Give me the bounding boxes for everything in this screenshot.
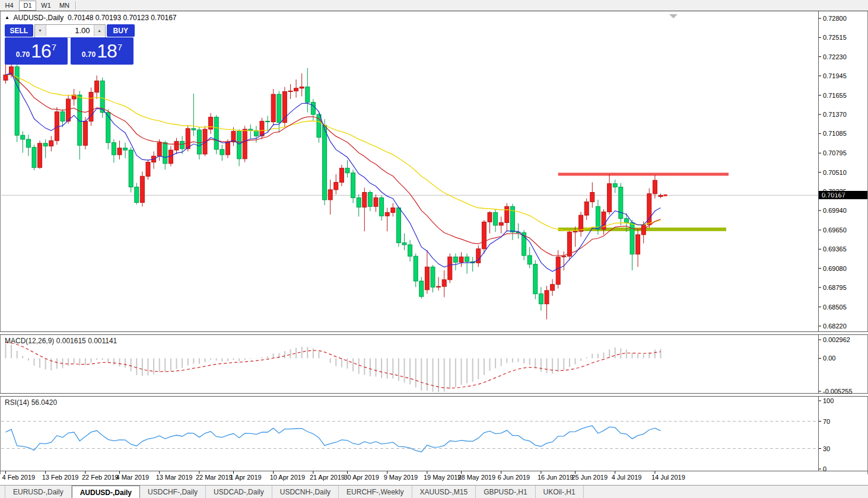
timeframe-button-mn[interactable]: MN	[56, 1, 73, 11]
ohlc-close: 0.70167	[151, 14, 176, 22]
rsi-axis-tick: 0	[823, 465, 826, 473]
sell-button[interactable]: SELL	[5, 24, 33, 37]
rsi-label: RSI(14) 56.0420	[5, 398, 57, 407]
time-axis-tick: 9 May 2019	[384, 474, 418, 481]
price-axis-tick: 0.71945	[823, 72, 847, 79]
chart-tab-usdchf-daily[interactable]: USDCHF-,Daily	[140, 486, 206, 498]
chart-plot-area[interactable]	[0, 11, 868, 485]
ohlc-low: 0.70123	[123, 14, 148, 22]
timeframe-button-d1[interactable]: D1	[19, 1, 36, 11]
time-axis-tick: 4 Jul 2019	[612, 474, 642, 481]
time-axis-tick: 16 Jun 2019	[538, 474, 574, 481]
time-axis-tick: 30 Apr 2019	[344, 474, 379, 481]
chart-symbol-header: ▲ AUDUSD-,Daily 0.70148 0.70193 0.70123 …	[5, 14, 177, 22]
symbol-name: AUDUSD-,Daily	[14, 14, 64, 22]
price-axis-tick: 0.68505	[823, 304, 847, 311]
rsi-axis-tick: 100	[823, 397, 834, 404]
rsi-axis-tick: 30	[823, 445, 830, 452]
timeframe-toolbar: H4D1W1MN	[0, 0, 868, 11]
price-axis-tick: 0.69080	[823, 265, 847, 272]
price-axis-border	[818, 11, 819, 471]
time-axis-tick: 10 Apr 2019	[270, 474, 305, 481]
sell-quote-panel[interactable]: 0.70 16 7	[5, 37, 68, 65]
price-axis-tick: 0.69650	[823, 226, 847, 234]
time-axis-tick: 4 Mar 2019	[116, 474, 150, 481]
time-axis-tick: 25 Jun 2019	[572, 474, 608, 481]
price-axis-tick: 0.70225	[823, 188, 847, 195]
price-axis-tick: 0.71655	[823, 92, 847, 99]
price-axis-tick: 0.72515	[823, 34, 847, 41]
ohlc-high: 0.70193	[96, 14, 121, 22]
price-axis-tick: 0.69940	[823, 207, 847, 214]
collapse-triangle-icon[interactable]: ▲	[5, 15, 9, 20]
time-axis-tick: 21 Apr 2019	[310, 474, 345, 481]
sell-price-pipette: 7	[52, 42, 56, 52]
time-axis-tick: 22 Mar 2019	[196, 474, 233, 481]
time-axis-border	[0, 471, 868, 471]
mt4-terminal: H4D1W1MN ▲ AUDUSD-,Daily 0.70148 0.70193…	[0, 0, 868, 498]
rsi-axis-tick: 70	[823, 418, 830, 425]
buy-price-pipette: 7	[117, 42, 122, 52]
price-axis-tick: 0.72230	[823, 53, 847, 60]
buy-price-big: 18	[97, 40, 117, 62]
price-axis-tick: 0.68795	[823, 284, 847, 291]
timeframe-button-w1[interactable]: W1	[37, 1, 55, 11]
timeframe-button-h4[interactable]: H4	[1, 1, 18, 11]
chart-tab-eurusd-daily[interactable]: EURUSD-,Daily	[5, 486, 72, 498]
chart-tab-usdcad-daily[interactable]: USDCAD-,Daily	[206, 486, 272, 498]
macd-axis-tick: -0.005255	[823, 388, 853, 395]
price-axis-tick: 0.71085	[823, 130, 847, 137]
chart-tab-ukoil-h1[interactable]: UKOil-,H1	[536, 486, 584, 498]
buy-quote-panel[interactable]: 0.70 18 7	[71, 37, 133, 65]
sell-price-prefix: 0.70	[16, 50, 30, 59]
buy-price-prefix: 0.70	[82, 50, 96, 59]
chart-tab-eurchf-weekly[interactable]: EURCHF-,Weekly	[339, 486, 412, 498]
price-axis-tick: 0.71370	[823, 111, 847, 118]
volume-input[interactable]	[46, 25, 94, 36]
time-axis-tick: 6 Jun 2019	[498, 474, 530, 481]
sell-price-big: 16	[31, 40, 51, 62]
toolbar-separator	[75, 1, 77, 9]
panel-splitter[interactable]	[0, 331, 868, 335]
chart-window: ▲ AUDUSD-,Daily 0.70148 0.70193 0.70123 …	[0, 11, 868, 498]
ohlc-open: 0.70148	[68, 14, 93, 22]
buy-button[interactable]: BUY	[107, 24, 135, 37]
volume-decrease-button[interactable]: ▾	[35, 25, 46, 36]
time-axis-tick: 28 May 2019	[458, 474, 496, 481]
time-axis-tick: 13 Mar 2019	[156, 474, 193, 481]
panel-splitter[interactable]	[0, 393, 868, 397]
time-axis-tick: 13 Feb 2019	[42, 474, 79, 481]
macd-axis-tick: 0.00	[823, 355, 835, 362]
chart-tab-usdcnh-daily[interactable]: USDCNH-,Daily	[272, 486, 339, 498]
chart-tab-gbpusd-h1[interactable]: GBPUSD-,H1	[476, 486, 535, 498]
time-axis-tick: 22 Feb 2019	[82, 474, 119, 481]
time-axis-tick: 4 Feb 2019	[2, 474, 36, 481]
price-axis-tick: 0.70510	[823, 169, 847, 176]
chart-tab-bar: EURUSD-,DailyAUDUSD-,DailyUSDCHF-,DailyU…	[0, 485, 868, 498]
price-axis-tick: 0.68220	[823, 323, 847, 330]
chart-tab-xauusd-m15[interactable]: XAUUSD-,M15	[412, 486, 476, 498]
chart-tab-audusd-daily[interactable]: AUDUSD-,Daily	[72, 486, 140, 498]
macd-axis-tick: 0.002962	[823, 336, 850, 343]
price-axis-tick: 0.72800	[823, 15, 847, 22]
time-axis-tick: 1 Apr 2019	[230, 474, 262, 481]
price-axis-tick: 0.69365	[823, 245, 847, 253]
time-axis-tick: 19 May 2019	[424, 474, 462, 481]
price-axis-tick: 0.70795	[823, 149, 847, 157]
time-axis-tick: 14 Jul 2019	[651, 474, 685, 481]
one-click-trade-panel: SELL ▾ ▴ BUY 0.70 16 7 0.70 18 7	[5, 24, 135, 65]
volume-increase-button[interactable]: ▴	[94, 25, 105, 36]
macd-label: MACD(12,26,9) 0.001615 0.001141	[5, 337, 117, 345]
volume-stepper: ▾ ▴	[34, 24, 106, 38]
